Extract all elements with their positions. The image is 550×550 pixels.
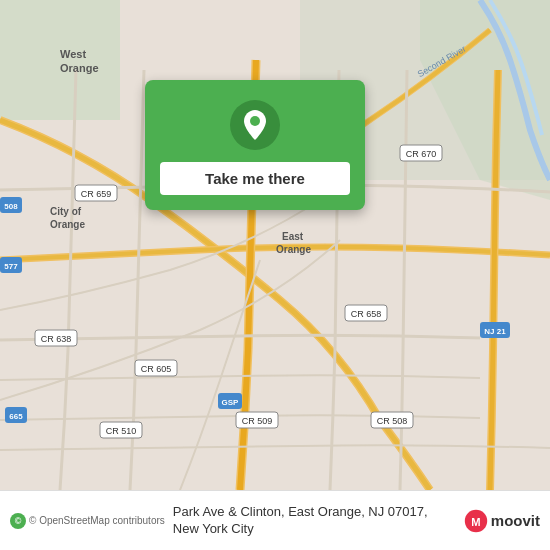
svg-text:City of: City of [50, 206, 82, 217]
openstreetmap-logo: © © OpenStreetMap contributors [10, 513, 165, 529]
svg-text:CR 638: CR 638 [41, 334, 72, 344]
svg-text:577: 577 [4, 262, 18, 271]
svg-text:CR 670: CR 670 [406, 149, 437, 159]
osm-copyright-text: © OpenStreetMap contributors [29, 515, 165, 526]
moovit-icon: M [464, 509, 488, 533]
take-me-there-button[interactable]: Take me there [160, 162, 350, 195]
svg-text:665: 665 [9, 412, 23, 421]
svg-text:East: East [282, 231, 304, 242]
svg-text:CR 509: CR 509 [242, 416, 273, 426]
svg-point-38 [250, 116, 260, 126]
svg-text:Orange: Orange [276, 244, 311, 255]
svg-text:M: M [471, 515, 480, 527]
svg-text:CR 605: CR 605 [141, 364, 172, 374]
svg-text:508: 508 [4, 202, 18, 211]
moovit-brand-text: moovit [491, 512, 540, 529]
svg-text:West: West [60, 48, 86, 60]
address-text: Park Ave & Clinton, East Orange, NJ 0701… [173, 504, 456, 538]
map-container: CR 659 CR 670 CR 638 CR 605 CR 658 CR 50… [0, 0, 550, 490]
svg-text:GSP: GSP [222, 398, 240, 407]
svg-text:CR 659: CR 659 [81, 189, 112, 199]
svg-text:CR 508: CR 508 [377, 416, 408, 426]
svg-text:NJ 21: NJ 21 [484, 327, 506, 336]
osm-circle-icon: © [10, 513, 26, 529]
svg-text:CR 510: CR 510 [106, 426, 137, 436]
location-pin-icon [230, 100, 280, 150]
location-card: Take me there [145, 80, 365, 210]
svg-text:CR 658: CR 658 [351, 309, 382, 319]
bottom-bar: © © OpenStreetMap contributors Park Ave … [0, 490, 550, 550]
svg-text:Orange: Orange [50, 219, 85, 230]
svg-text:Orange: Orange [60, 62, 99, 74]
svg-rect-1 [0, 0, 120, 120]
map-svg: CR 659 CR 670 CR 638 CR 605 CR 658 CR 50… [0, 0, 550, 490]
moovit-logo: M moovit [464, 509, 540, 533]
